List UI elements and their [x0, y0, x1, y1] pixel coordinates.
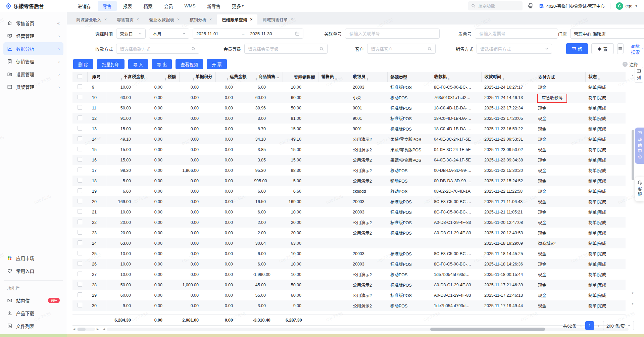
sidebar-item-零售首页[interactable]: 零售首页 «: [3, 17, 63, 30]
reset-button[interactable]: 重 置: [591, 43, 614, 54]
sort-icon[interactable]: ▲▼: [120, 78, 122, 81]
row-checkbox[interactable]: [78, 261, 82, 266]
scroll-left-icon[interactable]: ◀: [72, 328, 76, 331]
close-icon[interactable]: ×: [137, 17, 139, 22]
row-checkbox[interactable]: [78, 199, 82, 203]
annotation-link[interactable]: ? 注释: [623, 61, 638, 67]
row-checkbox[interactable]: [78, 157, 82, 162]
store-field[interactable]: 管理中心,海曙店: [570, 29, 644, 39]
row-checkbox[interactable]: [78, 147, 82, 151]
horizontal-scrollbar[interactable]: ◀ ▶ ◀: [72, 327, 629, 331]
top-menu-item-更多[interactable]: 更多▾: [227, 1, 249, 11]
sale-type-select[interactable]: 请选择销售方式: [477, 44, 552, 54]
row-checkbox[interactable]: [78, 251, 82, 255]
organization[interactable]: 4020-喜临门零食测试-管理中心: [539, 3, 605, 9]
close-icon[interactable]: ×: [250, 17, 252, 22]
action-button-删除[interactable]: 删 除: [73, 59, 93, 69]
action-button-导出[interactable]: 导 出: [152, 59, 172, 69]
column-header-商品销售…[interactable]: ▲▼商品销售…: [250, 72, 283, 82]
time-type-select[interactable]: 营业日: [116, 29, 146, 39]
invoice-input[interactable]: [479, 31, 554, 37]
row-checkbox[interactable]: [78, 95, 82, 99]
row-checkbox[interactable]: [78, 188, 82, 193]
sort-icon[interactable]: ▲▼: [227, 78, 229, 81]
row-checkbox[interactable]: [78, 220, 82, 224]
customer-field[interactable]: 请选择客户: [367, 44, 436, 54]
sidebar-item-数据分析[interactable]: 数据分析 ›: [3, 42, 63, 55]
top-menu-item-进销存[interactable]: 进销存▾: [72, 1, 96, 11]
tab-零售首页[interactable]: 零售首页 ×: [112, 14, 144, 25]
tab-营业收款报表[interactable]: 营业收款报表 ×: [144, 14, 185, 25]
scroll-down-icon[interactable]: ▼: [631, 302, 634, 305]
close-icon[interactable]: ×: [177, 17, 180, 22]
close-icon[interactable]: ×: [291, 17, 293, 22]
action-button-查看视频[interactable]: 查看视频: [176, 59, 203, 69]
row-checkbox[interactable]: [78, 178, 82, 183]
sort-icon[interactable]: ▲▼: [448, 78, 450, 81]
top-menu-item-报表[interactable]: 报表▾: [118, 1, 137, 11]
scroll-right-icon[interactable]: ▶: [96, 328, 99, 331]
row-checkbox[interactable]: [78, 230, 82, 235]
search-box[interactable]: [468, 1, 523, 10]
payment-filter-field[interactable]: 请选择收款方式: [116, 44, 199, 54]
row-checkbox[interactable]: [78, 167, 82, 172]
user-menu[interactable]: C cqc ▼: [616, 2, 638, 10]
column-header-单据积分[interactable]: ▲▼单据积分: [179, 72, 215, 82]
list-settings-button[interactable]: [617, 43, 624, 54]
query-button[interactable]: 查 询: [566, 43, 588, 54]
scroll-thumb[interactable]: [430, 328, 545, 331]
search-input[interactable]: [478, 3, 515, 9]
sidebar-item-货架管理[interactable]: 货架管理 ›: [3, 81, 63, 93]
tab-商城销售订单[interactable]: 商城销售订单 ×: [257, 14, 298, 25]
sort-icon[interactable]: ▲▼: [366, 78, 368, 81]
member-level-field[interactable]: 请选择会员等级: [244, 44, 328, 54]
row-checkbox[interactable]: [78, 292, 82, 297]
scroll-up-icon[interactable]: ▲: [631, 74, 634, 77]
row-checkbox[interactable]: [78, 282, 82, 287]
sidebar-item-应用市场[interactable]: 应用市场: [3, 252, 63, 264]
column-header-收款时间[interactable]: 收款时间▲▼: [481, 72, 535, 82]
row-checkbox[interactable]: [78, 136, 82, 141]
fixed-columns-scrollbar[interactable]: [77, 328, 95, 331]
date-to[interactable]: 2025-11-30: [248, 31, 292, 36]
row-checkbox[interactable]: [78, 126, 82, 131]
invoice-field[interactable]: [475, 29, 558, 39]
action-button-导入[interactable]: 导 入: [128, 59, 148, 69]
tab-已结账单查询[interactable]: 已结账单查询 ×: [217, 14, 257, 25]
vertical-scroll-thumb[interactable]: [632, 130, 634, 180]
row-checkbox[interactable]: [78, 209, 82, 214]
scroll-down-icon[interactable]: ▼: [631, 292, 634, 295]
next-page-icon[interactable]: ›: [598, 323, 599, 328]
date-range-picker[interactable]: 2025-11-01 → 2025-11-30: [193, 29, 303, 39]
prev-page-icon[interactable]: ‹: [580, 323, 582, 328]
sidebar-item-常用入口[interactable]: 常用入口: [3, 264, 63, 277]
close-icon[interactable]: ×: [209, 17, 212, 22]
column-header-销售员[interactable]: 销售员▲▼: [318, 72, 350, 82]
top-menu-item-档案[interactable]: 档案▾: [139, 1, 158, 11]
collapse-sidebar-icon[interactable]: «: [57, 20, 60, 26]
date-from[interactable]: 2025-11-01: [196, 31, 239, 36]
sidebar-item-促销管理[interactable]: 促销管理 ›: [3, 55, 63, 68]
sort-icon[interactable]: ▲▼: [502, 78, 504, 81]
vertical-scrollbar[interactable]: [632, 78, 634, 297]
advanced-search-link[interactable]: 高级搜索: [631, 42, 644, 55]
sidebar-item-站内信[interactable]: 站内信 99+: [3, 294, 63, 307]
action-button-批量打印[interactable]: 批量打印: [97, 59, 125, 69]
sidebar-item-经营管理[interactable]: 经营管理 ›: [3, 30, 63, 42]
related-no-input[interactable]: [349, 31, 436, 37]
top-menu-item-会员[interactable]: 会员▾: [159, 1, 178, 11]
row-checkbox[interactable]: [78, 115, 82, 120]
customer-service-tab[interactable]: 客服: [635, 177, 644, 201]
scroll-track[interactable]: [107, 328, 629, 331]
top-menu-item-新零售[interactable]: 新零售▾: [202, 1, 226, 11]
column-header-收款机[interactable]: 收款机▲▼: [431, 72, 481, 82]
sidebar-item-文件列表[interactable]: 文件列表: [3, 320, 63, 332]
period-select[interactable]: 本月: [149, 29, 189, 39]
row-checkbox[interactable]: [78, 303, 82, 307]
sort-icon[interactable]: ▲▼: [192, 78, 194, 81]
column-header-收银员[interactable]: 收银员▲▼: [350, 72, 387, 82]
page-size-select[interactable]: 200 条/页: [603, 321, 634, 330]
column-header-税额[interactable]: ▲▼税额: [148, 72, 179, 82]
help-center-tab[interactable]: 帮助中心: [635, 128, 644, 164]
close-icon[interactable]: ×: [104, 17, 107, 22]
